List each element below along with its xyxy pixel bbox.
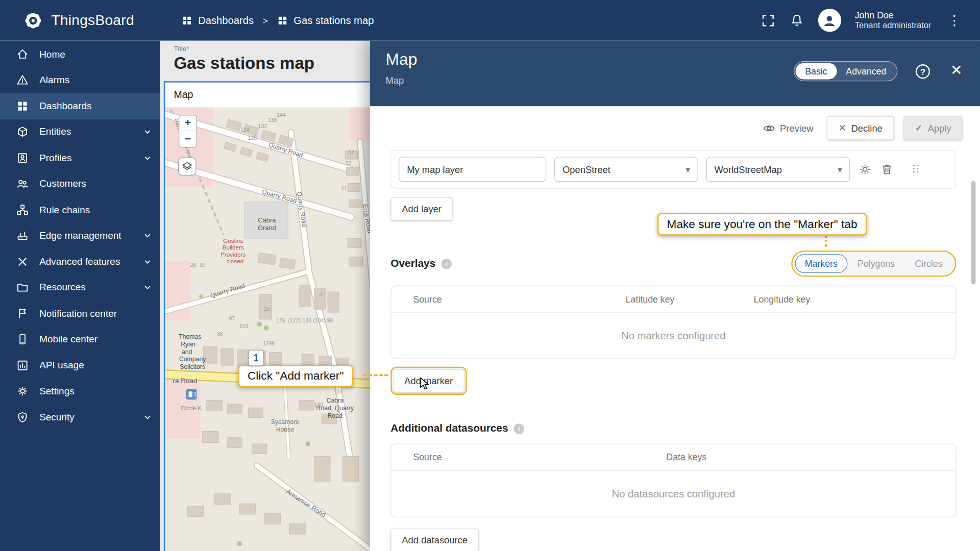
user-avatar[interactable] — [818, 9, 841, 32]
help-icon[interactable]: ? — [916, 64, 930, 79]
breadcrumb: Dashboards > Gas stations map — [181, 14, 374, 26]
sidebar-item-edge-management[interactable]: Edge management — [0, 223, 160, 249]
brand-title: ThingsBoard — [51, 12, 134, 29]
sidebar-item-label: Notification center — [39, 308, 154, 319]
panel-scrollbar-thumb[interactable] — [971, 181, 976, 284]
mouse-cursor-icon — [420, 378, 431, 391]
chevron-down-icon: ▾ — [838, 165, 842, 174]
sidebar-item-dashboards[interactable]: Dashboards — [0, 93, 160, 119]
layer-maptype-select[interactable]: WorldStreetMap ▾ — [706, 157, 850, 182]
map-label: 98 — [327, 317, 333, 323]
close-icon[interactable]: ✕ — [950, 63, 963, 78]
eye-icon — [763, 122, 775, 134]
breadcrumb-current-label: Gas stations map — [293, 14, 374, 26]
sidebar-item-label: Profiles — [39, 152, 131, 163]
fullscreen-icon[interactable] — [761, 13, 775, 28]
more-menu-icon[interactable]: ⋮ — [945, 12, 964, 29]
zoom-in-button[interactable]: + — [179, 116, 196, 132]
tab-circles[interactable]: Circles — [905, 254, 952, 273]
datasources-table-header: Source Data keys — [391, 444, 956, 471]
sidebar-item-rule-chains[interactable]: Rule chains — [0, 197, 160, 223]
layer-drag-handle-icon[interactable] — [910, 162, 923, 176]
sidebar-item-mobile-center[interactable]: Mobile center — [0, 327, 160, 353]
map-label: Solicitors — [180, 363, 205, 370]
tab-polygons[interactable]: Polygons — [847, 254, 904, 273]
map-zoom-control: + − — [179, 115, 197, 147]
sidebar-item-label: Security — [39, 412, 131, 423]
profiles-icon — [16, 152, 29, 164]
zoom-out-button[interactable]: − — [179, 131, 196, 147]
dashboard-title-field[interactable]: Title* Gas stations map — [160, 41, 370, 77]
map-canvas[interactable]: Quarry RoadQuarry RoadQuarry RoadErris R… — [165, 108, 370, 551]
layer-provider-select[interactable]: OpenStreet ▾ — [554, 157, 698, 182]
app-header: ThingsBoard Dashboards > Gas stations ma… — [0, 0, 980, 41]
sidebar-item-advanced-features[interactable]: Advanced features — [0, 248, 160, 274]
settings-toolbar: Preview ✕ Decline ✓ Apply — [370, 106, 980, 150]
sidebar-item-profiles[interactable]: Profiles — [0, 145, 160, 171]
tab-markers[interactable]: Markers — [795, 254, 847, 273]
layer-settings-gear-icon[interactable] — [858, 162, 872, 176]
chevron-down-icon: ▾ — [686, 165, 690, 174]
overlay-type-tabs: Markers Polygons Circles — [794, 253, 954, 274]
layers-icon — [181, 161, 193, 172]
map-label: Road, Quarry — [316, 405, 354, 411]
title-field-label: Title* — [174, 45, 370, 53]
entities-icon — [16, 126, 29, 138]
add-layer-button[interactable]: Add layer — [390, 197, 453, 220]
home-icon — [16, 48, 29, 60]
map-label: Quarry Road — [261, 188, 298, 204]
advanced-icon — [16, 256, 29, 268]
toggle-basic[interactable]: Basic — [796, 63, 837, 80]
sidebar-item-security[interactable]: Security — [0, 404, 160, 430]
user-info[interactable]: John Doe Tenant administrator — [855, 9, 932, 31]
map-widget[interactable]: Map — [164, 81, 370, 551]
map-label: - closed — [223, 258, 243, 264]
sidebar-item-api-usage[interactable]: API usage — [0, 353, 160, 379]
preview-button[interactable]: Preview — [760, 121, 817, 135]
sidebar-item-label: Home — [39, 48, 154, 60]
map-label: 52 — [346, 161, 352, 167]
map-label: Sycamore — [271, 418, 299, 425]
info-icon: i — [441, 258, 452, 269]
map-label: 144 — [277, 112, 285, 118]
sidebar-item-home[interactable]: Home — [0, 41, 160, 67]
map-label: 129b — [263, 340, 275, 346]
datasources-section-header: Additional datasources i — [390, 422, 956, 435]
chevron-down-icon — [141, 152, 154, 164]
sidebar-item-resources[interactable]: Resources — [0, 274, 160, 300]
mobile-icon — [16, 333, 29, 345]
map-label: (122) — [288, 317, 301, 323]
resources-icon — [16, 281, 29, 293]
settings-panel-header: Map Map Basic Advanced ? ✕ — [370, 41, 980, 107]
widget-settings-panel: Map Map Basic Advanced ? ✕ Preview ✕ Dec… — [370, 41, 980, 551]
sidebar-item-notification-center[interactable]: Notification center — [0, 300, 160, 327]
decline-x-icon: ✕ — [838, 122, 846, 134]
col-longitude-key: Longitude key — [754, 294, 956, 305]
sidebar-item-customers[interactable]: Customers — [0, 171, 160, 197]
datasources-empty-state: No datasources configured — [391, 471, 956, 516]
breadcrumb-dashboards[interactable]: Dashboards — [181, 14, 254, 26]
alarms-icon — [16, 74, 29, 86]
sidebar-item-settings[interactable]: Settings — [0, 378, 160, 404]
title-field-value: Gas stations map — [174, 54, 370, 73]
callout-connector-dotted — [825, 236, 827, 247]
sidebar-item-alarms[interactable]: Alarms — [0, 67, 160, 93]
add-datasource-button[interactable]: Add datasource — [390, 529, 479, 551]
map-label: and — [182, 348, 192, 355]
map-layers-button[interactable] — [178, 158, 197, 176]
breadcrumb-current[interactable]: Gas stations map — [277, 14, 374, 26]
markers-empty-state: No markers configured — [391, 313, 956, 358]
sidebar-item-label: Rule chains — [39, 204, 154, 215]
logo-wrap[interactable]: ThingsBoard — [0, 10, 145, 31]
customers-icon — [16, 178, 29, 190]
sidebar-item-entities[interactable]: Entities — [0, 119, 160, 145]
layer-name-input[interactable]: My map layer — [399, 157, 546, 182]
toggle-advanced[interactable]: Advanced — [837, 63, 896, 80]
apply-button[interactable]: ✓ Apply — [903, 116, 962, 140]
sidebar-item-label: Customers — [39, 178, 154, 189]
dashboard-icon — [277, 15, 288, 26]
map-label: 126 — [248, 135, 257, 141]
decline-button[interactable]: ✕ Decline — [827, 116, 894, 140]
layer-delete-trash-icon[interactable] — [880, 162, 894, 176]
notifications-bell-icon[interactable] — [789, 13, 804, 28]
